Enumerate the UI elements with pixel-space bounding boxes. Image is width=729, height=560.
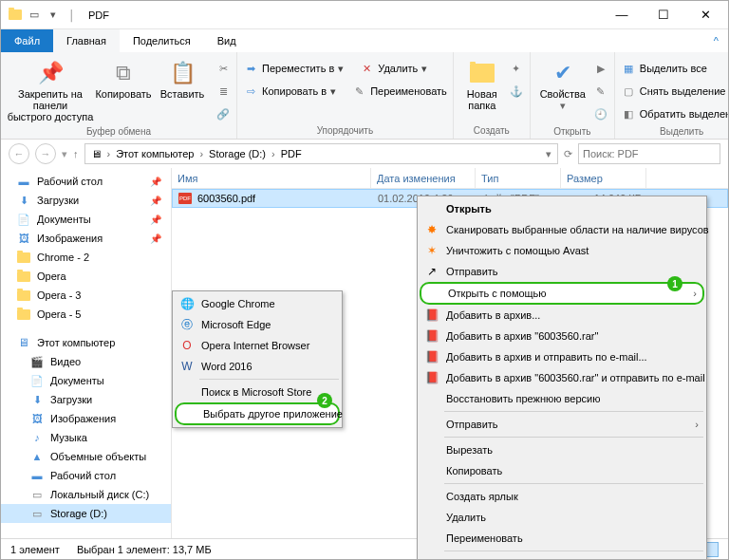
- col-name[interactable]: Имя: [172, 168, 371, 188]
- folder-icon: [16, 250, 31, 265]
- folder-icon: [16, 307, 31, 322]
- history-small[interactable]: 🕘: [593, 103, 608, 124]
- refresh-button[interactable]: ⟳: [564, 148, 572, 160]
- delete-button[interactable]: ✕Удалить ▾: [359, 58, 427, 79]
- sub-chrome[interactable]: 🌐Google Chrome: [175, 293, 340, 314]
- delete-icon: ✕: [359, 61, 374, 76]
- history-dropdown[interactable]: ▾: [62, 148, 67, 160]
- winrar-icon: 📕: [423, 307, 440, 324]
- winrar-icon: 📕: [423, 327, 440, 345]
- callout-badge-1: 1: [667, 276, 682, 291]
- sub-word[interactable]: WWord 2016: [175, 356, 340, 377]
- sidebar-item[interactable]: ▲Объемные объекты: [1, 447, 171, 466]
- pin-button[interactable]: 📌 Закрепить на панели быстрого доступа: [7, 54, 94, 124]
- ctx-properties[interactable]: Свойства: [420, 553, 704, 560]
- sidebar-item[interactable]: 🖼Изображения: [1, 409, 171, 428]
- ctx-send-to[interactable]: Отправить›: [420, 414, 704, 435]
- sub-choose-app[interactable]: Выбрать другое приложение: [175, 402, 340, 425]
- copy-to-button[interactable]: ⇨Копировать в ▾: [243, 81, 336, 102]
- tab-share[interactable]: Поделиться: [120, 29, 204, 52]
- cut-small[interactable]: ✂: [215, 58, 231, 79]
- ctx-shortcut[interactable]: Создать ярлык: [420, 486, 704, 507]
- col-date[interactable]: Дата изменения: [371, 168, 476, 188]
- open-small[interactable]: ▶: [593, 58, 608, 79]
- status-selection: Выбран 1 элемент: 13,7 МБ: [77, 544, 212, 555]
- sidebar-item[interactable]: 📄Документы: [1, 371, 171, 390]
- tab-file[interactable]: Файл: [1, 29, 53, 52]
- ctx-scan[interactable]: ✸Сканировать выбранные области на наличи…: [420, 219, 704, 240]
- sidebar-item[interactable]: ▬Рабочий стол📌: [1, 172, 171, 191]
- ctx-add-archive[interactable]: 📕Добавить в архив...: [420, 305, 704, 326]
- copy-button[interactable]: ⧉ Копировать: [94, 54, 153, 124]
- pdf-icon: PDF: [178, 193, 192, 204]
- ctx-restore[interactable]: Восстановить прежнюю версию: [420, 388, 704, 409]
- sidebar-item[interactable]: ▭Локальный диск (C:): [1, 485, 171, 504]
- qat-down-icon[interactable]: ▾: [45, 7, 62, 24]
- sub-edge[interactable]: ⓔMicrosoft Edge: [175, 314, 340, 335]
- maximize-button[interactable]: ☐: [643, 1, 684, 29]
- minimize-button[interactable]: —: [601, 1, 643, 29]
- tab-home[interactable]: Главная: [53, 29, 120, 52]
- word-icon: W: [178, 358, 196, 375]
- easy-access-small[interactable]: ⚓: [509, 81, 524, 102]
- ctx-cut[interactable]: Вырезать: [420, 439, 704, 460]
- ctx-add-rar[interactable]: 📕Добавить в архив "6003560.rar": [420, 326, 704, 346]
- edit-small[interactable]: ✎: [593, 81, 608, 102]
- sidebar-item[interactable]: Opera - 5: [1, 305, 171, 324]
- back-button[interactable]: ←: [9, 143, 29, 164]
- ctx-rename[interactable]: Переименовать: [420, 528, 704, 549]
- select-none-button[interactable]: ▢Снять выделение: [621, 81, 729, 102]
- qat-properties-icon[interactable]: ▭: [26, 7, 43, 24]
- ribbon: 📌 Закрепить на панели быстрого доступа ⧉…: [1, 52, 728, 140]
- properties-button[interactable]: ✔ Свойства ▾: [536, 54, 589, 124]
- copy-path-small[interactable]: ≣: [215, 81, 231, 102]
- sidebar-item[interactable]: ▬Рабочий стол: [1, 466, 171, 485]
- disk-icon: ▭: [29, 506, 45, 521]
- ctx-open-with[interactable]: Открыть с помощью›: [420, 282, 704, 305]
- sidebar-item[interactable]: ⬇Загрузки📌: [1, 191, 171, 210]
- sidebar-item[interactable]: Opera - 3: [1, 286, 171, 305]
- submenu-open-with: 🌐Google Chrome ⓔMicrosoft Edge OOpera In…: [172, 290, 343, 428]
- sub-opera[interactable]: OOpera Internet Browser: [175, 335, 340, 356]
- column-headers[interactable]: Имя Дата изменения Тип Размер: [172, 168, 728, 189]
- sub-store[interactable]: Поиск в Microsoft Store: [175, 382, 340, 402]
- sidebar-item[interactable]: 🖼Изображения📌: [1, 229, 171, 248]
- folder-icon: [16, 288, 31, 303]
- paste-shortcut-small[interactable]: 🔗: [215, 103, 231, 124]
- tab-view[interactable]: Вид: [204, 29, 250, 52]
- paste-button[interactable]: 📋 Вставить: [153, 54, 212, 124]
- forward-button[interactable]: →: [35, 143, 56, 164]
- ctx-copy[interactable]: Копировать: [420, 460, 704, 481]
- sidebar-item[interactable]: Chrome - 2: [1, 248, 171, 267]
- sidebar-item[interactable]: ⬇Загрузки: [1, 390, 171, 409]
- col-type[interactable]: Тип: [476, 168, 561, 188]
- select-all-button[interactable]: ▦Выделить все: [621, 58, 729, 79]
- new-item-small[interactable]: ✦: [509, 58, 524, 79]
- nav-pane[interactable]: ▬Рабочий стол📌⬇Загрузки📌📄Документы📌🖼Изоб…: [1, 168, 172, 540]
- ctx-shred[interactable]: ✶Уничтожить с помощью Avast: [420, 240, 704, 261]
- new-folder-button[interactable]: Новая папка: [459, 54, 505, 111]
- sidebar-item[interactable]: Opera: [1, 267, 171, 286]
- breadcrumb[interactable]: 🖥› Этот компьютер› Storage (D:)› PDF ▾: [84, 143, 559, 164]
- sidebar-item[interactable]: ▭Storage (D:): [1, 504, 171, 523]
- ctx-share[interactable]: ↗Отправить: [420, 261, 704, 282]
- ctx-add-rar-email[interactable]: 📕Добавить в архив "6003560.rar" и отправ…: [420, 367, 704, 388]
- invert-selection-button[interactable]: ◧Обратить выделение: [621, 103, 729, 124]
- sidebar-item[interactable]: ♪Музыка: [1, 428, 171, 447]
- group-new: Создать: [459, 123, 524, 139]
- rename-button[interactable]: ✎Переименовать: [351, 81, 447, 102]
- col-size[interactable]: Размер: [561, 168, 646, 188]
- ctx-add-email[interactable]: 📕Добавить в архив и отправить по e-mail.…: [420, 346, 704, 367]
- select-all-icon: ▦: [621, 61, 636, 76]
- ctx-delete[interactable]: Удалить: [420, 507, 704, 528]
- up-button[interactable]: ↑: [73, 148, 79, 159]
- sidebar-this-pc[interactable]: 🖥Этот компьютер: [1, 333, 171, 352]
- close-button[interactable]: ✕: [684, 1, 726, 29]
- ribbon-collapse-icon[interactable]: ^: [704, 29, 728, 52]
- desktop-icon: ▬: [16, 174, 31, 189]
- sidebar-item[interactable]: 🎬Видео: [1, 352, 171, 371]
- sidebar-item[interactable]: 📄Документы📌: [1, 210, 171, 229]
- ctx-open[interactable]: Открыть: [420, 198, 704, 219]
- search-input[interactable]: [578, 143, 720, 164]
- move-to-button[interactable]: ➡Переместить в ▾: [243, 58, 344, 79]
